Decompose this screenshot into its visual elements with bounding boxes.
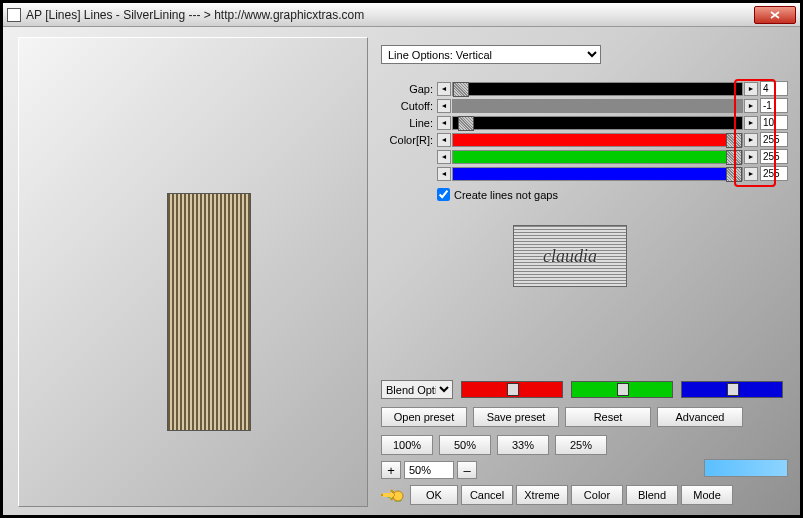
xtreme-button[interactable]: Xtreme	[516, 485, 568, 505]
open-preset-button[interactable]: Open preset	[381, 407, 467, 427]
close-button[interactable]	[754, 6, 796, 24]
close-icon	[770, 11, 780, 19]
cutoff-inc[interactable]: ►	[744, 99, 758, 113]
color-b-slider[interactable]	[452, 167, 743, 181]
cutoff-dec[interactable]: ◄	[437, 99, 451, 113]
color-r-dec[interactable]: ◄	[437, 133, 451, 147]
cutoff-label: Cutoff:	[381, 100, 437, 112]
logo-banner: claudia	[513, 225, 627, 287]
gap-slider[interactable]	[452, 82, 743, 96]
bottom-controls: Blend Options Open preset Save preset Re…	[381, 380, 788, 505]
gap-inc[interactable]: ►	[744, 82, 758, 96]
cutoff-slider[interactable]	[452, 99, 743, 113]
color-r-slider-row: Color[R]: ◄ ► 255	[381, 131, 788, 148]
content-area: Line Options: Vertical Gap: ◄ ► 4 Cutoff…	[3, 27, 800, 515]
blend-options-dropdown[interactable]: Blend Options	[381, 380, 453, 399]
line-label: Line:	[381, 117, 437, 129]
slider-group: Gap: ◄ ► 4 Cutoff: ◄ ► -1 Line: ◄	[381, 80, 788, 182]
preset-row: Open preset Save preset Reset Advanced	[381, 407, 788, 427]
cutoff-slider-row: Cutoff: ◄ ► -1	[381, 97, 788, 114]
percent-row: 100% 50% 33% 25%	[381, 435, 788, 455]
color-b-inc[interactable]: ►	[744, 167, 758, 181]
color-b-value[interactable]: 255	[760, 166, 788, 181]
create-lines-checkbox[interactable]	[437, 188, 450, 201]
blend-button[interactable]: Blend	[626, 485, 678, 505]
line-inc[interactable]: ►	[744, 116, 758, 130]
titlebar[interactable]: AP [Lines] Lines - SilverLining --- > ht…	[3, 3, 800, 27]
advanced-button[interactable]: Advanced	[657, 407, 743, 427]
pct-100-button[interactable]: 100%	[381, 435, 433, 455]
gap-value[interactable]: 4	[760, 81, 788, 96]
color-g-slider-row: ◄ ► 255	[381, 148, 788, 165]
color-r-slider[interactable]	[452, 133, 743, 147]
mode-button[interactable]: Mode	[681, 485, 733, 505]
svg-point-0	[393, 491, 403, 501]
line-slider-row: Line: ◄ ► 10	[381, 114, 788, 131]
line-value[interactable]: 10	[760, 115, 788, 130]
color-r-label: Color[R]:	[381, 134, 437, 146]
zoom-out-button[interactable]: –	[457, 461, 477, 479]
preview-image	[167, 193, 251, 431]
blend-g-slider[interactable]	[571, 381, 673, 398]
checkbox-row: Create lines not gaps	[437, 188, 788, 201]
ok-button[interactable]: OK	[410, 485, 458, 505]
reset-button[interactable]: Reset	[565, 407, 651, 427]
blend-r-slider[interactable]	[461, 381, 563, 398]
pct-33-button[interactable]: 33%	[497, 435, 549, 455]
color-r-inc[interactable]: ►	[744, 133, 758, 147]
app-icon	[7, 8, 21, 22]
color-g-dec[interactable]: ◄	[437, 150, 451, 164]
pointer-hand-icon	[381, 486, 407, 504]
line-options-dropdown[interactable]: Line Options: Vertical	[381, 45, 601, 64]
pct-25-button[interactable]: 25%	[555, 435, 607, 455]
zoom-in-button[interactable]: +	[381, 461, 401, 479]
color-button[interactable]: Color	[571, 485, 623, 505]
controls-panel: Line Options: Vertical Gap: ◄ ► 4 Cutoff…	[381, 45, 788, 201]
gap-label: Gap:	[381, 83, 437, 95]
color-g-slider[interactable]	[452, 150, 743, 164]
checkbox-label: Create lines not gaps	[454, 189, 558, 201]
window-title: AP [Lines] Lines - SilverLining --- > ht…	[26, 8, 754, 22]
gap-dec[interactable]: ◄	[437, 82, 451, 96]
action-row: OK Cancel Xtreme Color Blend Mode	[381, 485, 788, 505]
color-g-inc[interactable]: ►	[744, 150, 758, 164]
line-slider[interactable]	[452, 116, 743, 130]
color-r-value[interactable]: 255	[760, 132, 788, 147]
zoom-value[interactable]: 50%	[404, 461, 454, 479]
plugin-window: AP [Lines] Lines - SilverLining --- > ht…	[0, 0, 803, 518]
preview-panel	[18, 37, 368, 507]
logo-text: claudia	[543, 246, 597, 267]
rgb-slider-group	[461, 381, 783, 398]
cutoff-value[interactable]: -1	[760, 98, 788, 113]
cancel-button[interactable]: Cancel	[461, 485, 513, 505]
save-preset-button[interactable]: Save preset	[473, 407, 559, 427]
gap-slider-row: Gap: ◄ ► 4	[381, 80, 788, 97]
line-dec[interactable]: ◄	[437, 116, 451, 130]
color-b-dec[interactable]: ◄	[437, 167, 451, 181]
color-swatch[interactable]	[704, 459, 788, 477]
color-b-slider-row: ◄ ► 255	[381, 165, 788, 182]
color-g-value[interactable]: 255	[760, 149, 788, 164]
pct-50-button[interactable]: 50%	[439, 435, 491, 455]
blend-b-slider[interactable]	[681, 381, 783, 398]
